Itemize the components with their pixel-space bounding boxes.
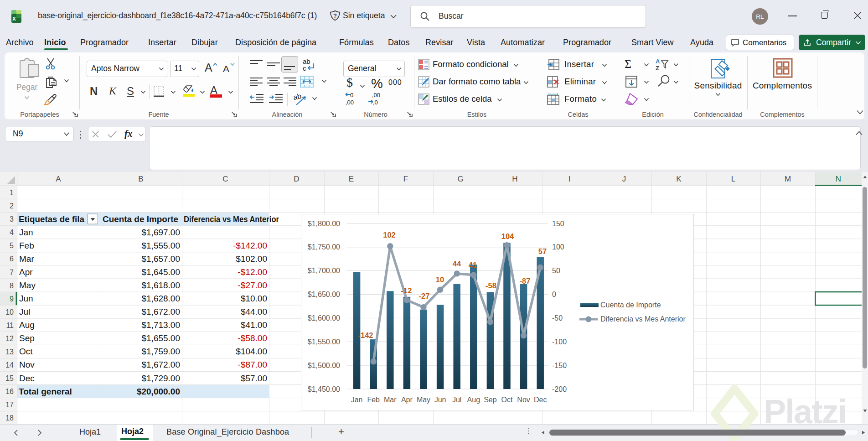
svg-text:Cuenta de Importe: Cuenta de Importe xyxy=(600,301,661,309)
svg-text:D: D xyxy=(294,175,299,183)
svg-text:-50: -50 xyxy=(552,314,563,322)
svg-text:150: 150 xyxy=(552,220,564,228)
svg-text:18: 18 xyxy=(5,414,14,422)
svg-text:,00: ,00 xyxy=(372,92,380,99)
svg-text:ab: ab xyxy=(294,92,302,101)
svg-text:May: May xyxy=(417,396,430,404)
svg-text:$1,655.00: $1,655.00 xyxy=(141,333,180,343)
svg-text:Diferencia vs Mes Anterior: Diferencia vs Mes Anterior xyxy=(600,315,686,323)
svg-text:Sep: Sep xyxy=(19,333,35,343)
svg-text:x: x xyxy=(12,15,16,22)
svg-text:3: 3 xyxy=(10,215,14,223)
svg-text:$1,800.00: $1,800.00 xyxy=(308,220,340,228)
svg-text:$104.00: $104.00 xyxy=(236,347,267,356)
svg-text:$44.00: $44.00 xyxy=(241,307,267,316)
svg-text:-200: -200 xyxy=(552,385,567,393)
svg-text:13: 13 xyxy=(5,348,14,356)
svg-text:Dec: Dec xyxy=(534,396,547,404)
svg-text:104: 104 xyxy=(501,232,514,240)
svg-text:10: 10 xyxy=(436,275,444,284)
svg-text:8: 8 xyxy=(10,282,14,290)
svg-text:$1,618.00: $1,618.00 xyxy=(141,280,180,290)
svg-text:Sep: Sep xyxy=(484,396,497,404)
svg-text:-$27.00: -$27.00 xyxy=(238,280,267,290)
svg-text:J: J xyxy=(622,175,626,183)
svg-text:c: c xyxy=(303,64,306,72)
svg-text:Total general: Total general xyxy=(19,387,72,396)
svg-text:Aug: Aug xyxy=(467,396,480,404)
svg-text:E: E xyxy=(349,175,354,183)
svg-text:0: 0 xyxy=(552,291,556,298)
svg-text:12: 12 xyxy=(5,335,14,342)
svg-text:F: F xyxy=(403,175,408,183)
svg-text:-87: -87 xyxy=(520,277,531,285)
svg-text:Cuenta de Importe: Cuenta de Importe xyxy=(103,214,178,224)
svg-text:Etiquetas de fila: Etiquetas de fila xyxy=(19,214,84,224)
svg-text:$1,450.00: $1,450.00 xyxy=(308,385,340,393)
svg-text:G: G xyxy=(457,175,463,183)
svg-text:16: 16 xyxy=(5,388,14,395)
svg-text:$1,713.00: $1,713.00 xyxy=(141,320,180,330)
svg-text:L: L xyxy=(731,175,735,183)
svg-text:Jan: Jan xyxy=(351,396,363,404)
svg-text:Oct: Oct xyxy=(19,347,33,356)
svg-text:?: ? xyxy=(333,12,337,19)
svg-text:Jun: Jun xyxy=(19,294,33,303)
svg-text:C: C xyxy=(222,175,228,183)
svg-text:$41.00: $41.00 xyxy=(241,320,267,330)
svg-text:$1,672.00: $1,672.00 xyxy=(141,307,180,316)
svg-text:17: 17 xyxy=(5,401,14,409)
svg-text:N: N xyxy=(836,175,841,183)
svg-text:9: 9 xyxy=(10,295,14,303)
svg-text:-58: -58 xyxy=(486,281,496,290)
svg-text:102: 102 xyxy=(383,231,396,239)
svg-text:-$12.00: -$12.00 xyxy=(238,267,267,277)
svg-text:11: 11 xyxy=(6,322,14,329)
svg-text:$1,650.00: $1,650.00 xyxy=(308,291,340,298)
svg-text:Z: Z xyxy=(656,65,659,72)
svg-text:$57.00: $57.00 xyxy=(241,374,267,383)
svg-text:5: 5 xyxy=(10,242,14,249)
svg-text:15: 15 xyxy=(5,374,14,382)
svg-text:A: A xyxy=(56,175,61,183)
svg-text:Apr: Apr xyxy=(401,396,413,404)
svg-text:H: H xyxy=(512,175,517,183)
svg-text:$1,645.00: $1,645.00 xyxy=(141,267,180,277)
svg-text:2: 2 xyxy=(10,202,14,210)
svg-text:Jul: Jul xyxy=(19,307,30,316)
svg-text:Platzi: Platzi xyxy=(764,393,846,431)
svg-text:$1,600.00: $1,600.00 xyxy=(308,314,340,322)
svg-text:$10.00: $10.00 xyxy=(241,294,267,303)
svg-text:Jul: Jul xyxy=(452,396,461,404)
svg-text:-27: -27 xyxy=(419,292,430,300)
svg-text:100: 100 xyxy=(552,243,564,251)
svg-text:10: 10 xyxy=(5,308,14,316)
svg-text:57: 57 xyxy=(538,247,547,255)
svg-text:$1,759.00: $1,759.00 xyxy=(141,347,180,356)
svg-text:$1,672.00: $1,672.00 xyxy=(141,360,180,369)
svg-text:4: 4 xyxy=(10,228,14,236)
svg-text:7: 7 xyxy=(10,269,14,276)
svg-text:Mar: Mar xyxy=(384,396,397,404)
svg-text:$1,555.00: $1,555.00 xyxy=(141,241,180,250)
svg-text:41: 41 xyxy=(469,261,477,269)
svg-text:-12: -12 xyxy=(401,286,412,295)
svg-text:$1,500.00: $1,500.00 xyxy=(308,362,340,369)
svg-text:14: 14 xyxy=(5,361,14,369)
svg-text:$1,697.00: $1,697.00 xyxy=(141,228,180,237)
svg-text:K: K xyxy=(676,175,682,183)
svg-text:$1,700.00: $1,700.00 xyxy=(308,267,340,275)
svg-text:6: 6 xyxy=(10,255,14,263)
svg-text:Apr: Apr xyxy=(19,267,33,277)
svg-text:-150: -150 xyxy=(552,362,567,369)
svg-text:Nov: Nov xyxy=(19,360,35,369)
svg-text:Aug: Aug xyxy=(19,320,35,330)
svg-text:44: 44 xyxy=(453,259,461,268)
svg-text:-$58.00: -$58.00 xyxy=(238,333,267,343)
svg-text:-100: -100 xyxy=(552,338,567,346)
svg-text:Dec: Dec xyxy=(19,374,35,383)
svg-text:-142: -142 xyxy=(358,331,373,339)
svg-text:B: B xyxy=(138,175,143,183)
svg-text:Nov: Nov xyxy=(517,396,530,404)
svg-text:-$87.00: -$87.00 xyxy=(238,360,267,369)
